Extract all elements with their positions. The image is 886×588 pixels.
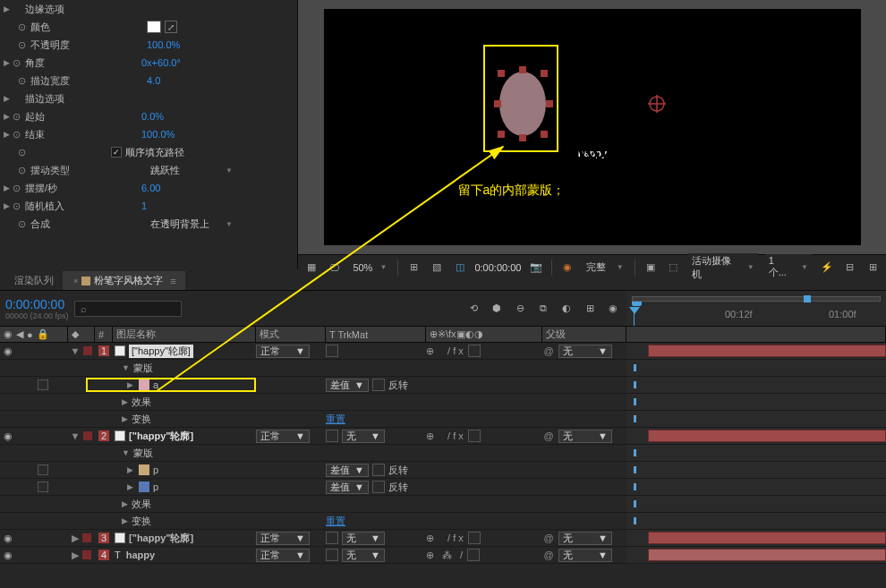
twirl-icon[interactable]: ▶ [4, 94, 13, 103]
layer2-mask-p2[interactable]: ▶p 差值▼反转 [0, 479, 886, 496]
prop-stroke-options[interactable]: 描边选项 [25, 92, 141, 106]
audio-col-icon[interactable]: ◀ [16, 328, 23, 340]
timeline-icon[interactable]: ⊟ [842, 260, 858, 276]
motion-blur-icon[interactable]: ◐ [558, 301, 575, 317]
twirl-icon[interactable]: ▶ [122, 516, 128, 525]
angle-value[interactable]: 0x+60.0° [141, 57, 181, 68]
layer-name[interactable]: ["happy"轮廓] [129, 532, 193, 545]
3d-icon[interactable]: ⬚ [665, 260, 681, 276]
fast-preview-icon[interactable]: ⚡ [819, 260, 835, 276]
start-value[interactable]: 0.0% [141, 111, 164, 122]
mask-mode-dropdown[interactable]: 差值▼ [326, 464, 369, 477]
brain-icon[interactable]: ◉ [605, 301, 621, 317]
twirl-icon[interactable]: ▶ [122, 397, 128, 406]
layer1-masks-group[interactable]: ▼蒙版 [0, 360, 886, 377]
layer-color-label[interactable] [82, 533, 91, 542]
mask-color[interactable] [139, 379, 149, 390]
hide-shy-icon[interactable]: ⊖ [512, 301, 528, 317]
time-ruler[interactable]: 00:12f 01:00f [626, 291, 886, 326]
stopwatch-icon[interactable]: ⊙ [18, 165, 30, 176]
col-switches[interactable]: ⊕※\fx▣◐◑ [426, 327, 542, 342]
twirl-icon[interactable]: ▶ [72, 533, 79, 544]
views-dropdown[interactable]: 1 个...▼ [765, 254, 812, 280]
col-parent[interactable]: 父级 [542, 327, 626, 342]
layer-color-label[interactable] [83, 431, 92, 440]
mask-lock[interactable] [38, 379, 48, 390]
parent-dropdown[interactable]: 无▼ [558, 345, 612, 358]
layer-duration-bar[interactable] [648, 549, 886, 561]
blend-mode-dropdown[interactable]: 正常▼ [256, 345, 310, 358]
parent-dropdown[interactable]: 无▼ [558, 549, 612, 562]
stopwatch-icon[interactable]: ⊙ [18, 21, 30, 33]
twirl-icon[interactable]: ▶ [127, 380, 133, 389]
trkmat-dropdown[interactable]: 无▼ [342, 549, 385, 562]
reset-link[interactable]: 重置 [326, 413, 345, 426]
grid-icon[interactable]: ▦ [303, 260, 319, 276]
twirl-icon[interactable]: ▶ [4, 112, 13, 121]
layer2-mask-p1[interactable]: ▶p 差值▼反转 [0, 462, 886, 479]
end-value[interactable]: 100.0% [141, 129, 175, 140]
twirl-icon[interactable]: ▼ [122, 448, 130, 457]
pickwhip-icon[interactable]: @ [542, 430, 555, 441]
layer2-transform-group[interactable]: ▶变换 重置 [0, 513, 886, 530]
current-timecode[interactable]: 0:00:00:00 [5, 297, 69, 311]
twirl-icon[interactable]: ▶ [4, 58, 13, 67]
twirl-icon[interactable]: ▶ [4, 183, 13, 192]
col-layer-name[interactable]: 图层名称 [113, 327, 256, 342]
resolution-icon[interactable]: ⊞ [405, 260, 422, 276]
stopwatch-icon[interactable]: ⊙ [13, 129, 25, 141]
twirl-icon[interactable]: ▶ [72, 550, 79, 561]
col-index[interactable]: # [95, 327, 113, 342]
label-col-icon[interactable]: ◆ [72, 328, 79, 340]
color-management-icon[interactable]: ◉ [559, 260, 575, 276]
stopwatch-icon[interactable]: ⊙ [13, 183, 25, 194]
layer1-transform-group[interactable]: ▶变换 重置 [0, 411, 886, 428]
layer-color-label[interactable] [82, 550, 91, 559]
twirl-icon[interactable]: ▶ [4, 130, 13, 139]
twirl-icon[interactable]: ▶ [122, 499, 128, 508]
twirl-icon[interactable]: ▼ [71, 430, 81, 441]
twirl-icon[interactable]: ▶ [4, 201, 13, 210]
blend-mode-dropdown[interactable]: 正常▼ [256, 430, 310, 443]
video-col-icon[interactable]: ◉ [4, 328, 13, 340]
layer-search-input[interactable]: ⌕ [74, 301, 182, 317]
solo-col-icon[interactable]: ● [27, 329, 33, 340]
layer2-effects-group[interactable]: ▶效果 [0, 496, 886, 513]
layer-name[interactable]: ["happy"轮廓] [129, 430, 193, 443]
layer1-mask-a[interactable]: ▶a 差值▼反转 [0, 377, 886, 394]
camera-dropdown[interactable]: 活动摄像机▼ [688, 253, 758, 282]
twirl-icon[interactable]: ▶ [127, 482, 133, 491]
composite-dropdown[interactable]: 在透明背景上▼ [147, 217, 236, 232]
stopwatch-icon[interactable]: ⊙ [13, 111, 25, 123]
col-trkmat[interactable]: T TrkMat [326, 327, 426, 342]
layer-name[interactable]: ["happy"轮廓] [129, 345, 193, 358]
work-area-end[interactable] [804, 295, 811, 303]
composition-canvas[interactable]: happy [324, 9, 861, 245]
wobble-sec-value[interactable]: 6.00 [141, 183, 160, 193]
eyedropper-icon[interactable]: ⤢ [165, 21, 177, 33]
close-tab-icon[interactable]: × [73, 277, 78, 285]
layer-row-2[interactable]: ◉ ▼ 2 ["happy"轮廓] 正常▼ 无▼ ⊕ /fx @无▼ [0, 428, 886, 445]
comp-mini-flowchart-icon[interactable]: ⟲ [465, 301, 481, 317]
trkmat-toggle[interactable] [326, 345, 338, 357]
parent-dropdown[interactable]: 无▼ [558, 532, 612, 545]
layer-row-1[interactable]: ◉ ▼ 1 ["happy"轮廓] 正常▼ ⊕ /fx @无▼ [0, 343, 886, 360]
sequential-checkbox[interactable]: ✓ [111, 147, 122, 158]
frame-blend-icon[interactable]: ⧉ [535, 301, 551, 317]
mask-visibility-icon[interactable]: ◫ [452, 260, 468, 276]
preview-timecode[interactable]: 0:00:00:00 [474, 262, 521, 273]
reset-link[interactable]: 重置 [326, 515, 345, 528]
layer-row-3[interactable]: ◉ ▶ 3 ["happy"轮廓] 正常▼ 无▼ ⊕ /fx @无▼ [0, 530, 886, 547]
pickwhip-icon[interactable]: @ [542, 550, 555, 560]
stopwatch-icon[interactable]: ⊙ [13, 200, 25, 212]
stopwatch-icon[interactable]: ⊙ [18, 147, 30, 158]
layer-duration-bar[interactable] [648, 430, 886, 442]
visibility-toggle[interactable]: ◉ [2, 430, 14, 442]
snapshot-icon[interactable]: 📷 [528, 260, 544, 276]
stroke-width-value[interactable]: 4.0 [147, 75, 160, 86]
layer-row-4[interactable]: ◉ ▶ 4 Thappy 正常▼ 无▼ ⊕ ⁂ / @无▼ [0, 547, 886, 564]
trkmat-dropdown[interactable]: 无▼ [342, 430, 385, 443]
mask-mode-dropdown[interactable]: 差值▼ [326, 379, 369, 392]
lock-col-icon[interactable]: 🔒 [37, 328, 49, 340]
mask-color[interactable] [139, 464, 149, 475]
